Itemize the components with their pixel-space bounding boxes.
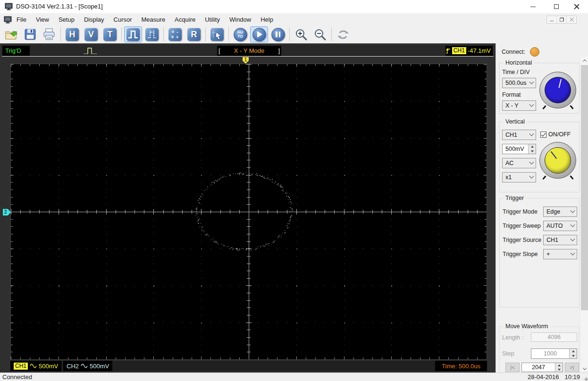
time-readout: Time: 500.0us	[435, 361, 487, 371]
chevron-down-icon	[568, 224, 577, 228]
scroll-down-button[interactable]	[581, 364, 588, 373]
t-letter-icon: T	[108, 30, 113, 40]
document-icon[interactable]	[4, 16, 12, 24]
trigger-mode-label: Trigger Mode	[503, 208, 538, 215]
math-plus-minus-icon: + -	[172, 29, 179, 34]
zoom-in-button[interactable]	[292, 26, 310, 42]
math-button[interactable]: + - × ÷	[166, 26, 184, 42]
mdi-close-button[interactable]	[567, 16, 576, 23]
onoff-checkbox[interactable]	[540, 132, 546, 138]
volts-div-stepper[interactable]: 500mV	[502, 144, 536, 154]
time-value: 10:19	[565, 373, 580, 381]
toolbar-separator	[205, 27, 206, 41]
menu-item-help[interactable]: Help	[256, 15, 278, 25]
knob-pointer	[551, 151, 557, 158]
autoset-button[interactable]: AU TO	[231, 26, 249, 42]
vertical-setup-button[interactable]: V	[82, 26, 100, 42]
reference-button[interactable]: R	[185, 26, 203, 42]
sync-arrows-icon	[336, 28, 350, 41]
trigger-setup-button[interactable]: T	[101, 26, 119, 42]
toolbar-separator	[331, 27, 332, 41]
zoom-out-button[interactable]	[311, 26, 329, 42]
toolbar-separator	[60, 27, 61, 41]
position-stepper[interactable]: 2047	[521, 363, 563, 372]
menu-item-window[interactable]: Window	[225, 15, 256, 25]
trigger-sweep-select[interactable]: AUTO	[543, 221, 577, 231]
open-folder-icon	[4, 27, 18, 41]
move-waveform-title: Move Waveform	[504, 323, 550, 330]
datetime-readout: 28-04-2016 10:19	[528, 373, 580, 381]
coupling-select[interactable]: AC	[502, 158, 536, 168]
menu-item-display[interactable]: Display	[79, 15, 109, 25]
ch2-position-marker[interactable]: 2	[3, 209, 11, 215]
run-button[interactable]	[250, 26, 268, 42]
scope-area: Trig'D [ X - Y Mode ] CH1 -47.1mV 1	[0, 43, 496, 373]
maximize-icon	[554, 4, 559, 9]
open-button[interactable]	[2, 26, 20, 42]
close-button[interactable]	[566, 0, 587, 13]
vertical-knob[interactable]	[539, 142, 576, 179]
trigger-group-title: Trigger	[504, 195, 526, 201]
scope-display-canvas	[11, 64, 487, 359]
app-icon	[5, 2, 13, 10]
horizontal-setup-button[interactable]: H	[63, 26, 81, 42]
pulse-wave-button[interactable]	[124, 26, 142, 42]
delayed-pulse-button[interactable]	[143, 26, 161, 42]
scroll-up-button[interactable]	[581, 57, 588, 65]
maximize-button[interactable]	[546, 0, 567, 13]
menu-item-acquire[interactable]: Acquire	[170, 15, 200, 25]
scope-status-bar: Trig'D [ X - Y Mode ] CH1 -47.1mV	[2, 45, 494, 56]
minimize-button[interactable]	[522, 0, 544, 13]
stepper-arrows[interactable]	[569, 349, 577, 358]
knob-tick	[570, 105, 573, 109]
ch1-badge: CH1	[14, 363, 28, 370]
ac-coupling-icon	[30, 364, 37, 368]
application-window: DSO-3104 Ver2.1.31 - [Scope1] File View …	[0, 0, 588, 381]
trigger-source-select[interactable]: CH1	[543, 235, 577, 245]
toolbar-separator	[163, 27, 164, 41]
sync-button[interactable]	[334, 26, 352, 42]
menu-item-file[interactable]: File	[12, 15, 31, 25]
trigger-pulse-icon	[83, 46, 99, 55]
menu-item-measure[interactable]: Measure	[137, 15, 170, 25]
step-stepper[interactable]: 1000	[531, 348, 577, 359]
horizontal-knob[interactable]	[539, 72, 576, 108]
menu-item-utility[interactable]: Utility	[200, 15, 225, 25]
horizontal-group-title: Horizontal	[504, 59, 534, 66]
menu-item-cursor[interactable]: Cursor	[109, 15, 137, 25]
trigger-mode-select[interactable]: Edge	[543, 207, 577, 217]
autoset-icon: AU TO	[234, 28, 247, 41]
channel-readout-bar: CH1 500mV CH2 500mV Time: 500.0us	[10, 361, 487, 371]
format-select[interactable]: X - Y	[502, 100, 536, 111]
go-first-button[interactable]: |<	[505, 363, 520, 372]
pause-icon	[276, 32, 280, 37]
pause-button[interactable]	[269, 26, 287, 42]
scrollbar-thumb[interactable]	[581, 65, 588, 310]
resize-grip[interactable]	[585, 378, 588, 381]
chevron-down-icon	[527, 133, 536, 137]
channel-select[interactable]: CH1	[502, 130, 536, 140]
go-last-button[interactable]: >|	[565, 363, 579, 372]
mdi-restore-button[interactable]	[557, 16, 567, 23]
scope-display	[10, 64, 487, 360]
print-button[interactable]	[40, 26, 58, 42]
ch1-horizontal-marker[interactable]: 1	[243, 57, 249, 64]
time-div-select[interactable]: 500.0us	[502, 78, 536, 88]
connect-label: Connect:	[502, 49, 525, 55]
cursor-measure-button[interactable]	[208, 26, 226, 42]
mdi-minimize-button[interactable]	[547, 16, 557, 23]
stepper-arrows[interactable]	[528, 144, 536, 154]
trigger-slope-select[interactable]: +	[543, 249, 577, 259]
control-panel: Connect: Horizontal Time / DIV 500.0us F…	[496, 43, 588, 373]
menu-item-view[interactable]: View	[31, 15, 54, 25]
stepper-arrows[interactable]	[555, 363, 563, 372]
ch2-readout: CH2 500mV	[63, 361, 112, 371]
knob-tick	[542, 175, 546, 180]
channel-onoff[interactable]: ON/OFF	[540, 131, 571, 138]
save-button[interactable]	[21, 26, 39, 42]
menu-item-setup[interactable]: Setup	[54, 15, 79, 25]
panel-scrollbar[interactable]	[581, 57, 588, 373]
toolbar-separator	[228, 27, 229, 41]
probe-select[interactable]: x1	[502, 172, 536, 182]
menu-bar: File View Setup Display Cursor Measure A…	[0, 13, 588, 25]
